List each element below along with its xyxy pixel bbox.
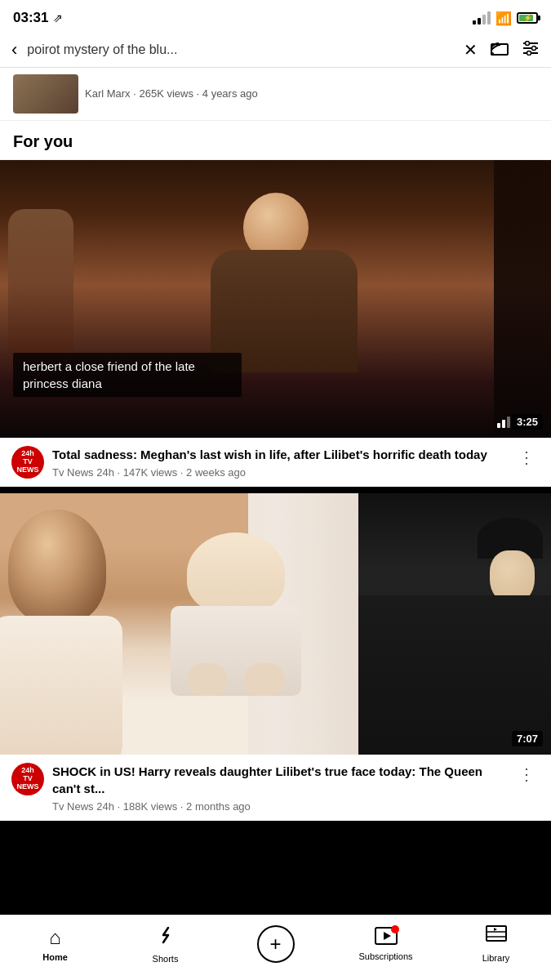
subscriptions-label: Subscriptions	[358, 951, 412, 961]
video-title-2[interactable]: SHOCK in US! Harry reveals daughter Lili…	[52, 763, 505, 797]
svg-point-5	[526, 41, 530, 45]
filter-icon[interactable]	[522, 41, 540, 60]
main-content: For you herbert a close friend of the la…	[0, 121, 551, 909]
video-title-1[interactable]: Total sadness: Meghan's last wish in lif…	[52, 446, 505, 463]
plus-icon: +	[269, 934, 281, 954]
shorts-icon	[155, 924, 176, 951]
more-options-button-1[interactable]: ⋮	[513, 446, 540, 469]
back-button[interactable]: ‹	[11, 39, 17, 60]
search-bar: ‹ poirot mystery of the blu... ✕	[0, 33, 551, 68]
cast-icon[interactable]	[491, 41, 509, 60]
previous-result-teaser[interactable]: Karl Marx · 265K views · 4 years ago	[0, 68, 551, 121]
close-icon[interactable]: ✕	[464, 40, 478, 60]
video-card-2[interactable]: 7:07 24hTV NEWS SHOCK in US! Harry revea…	[0, 493, 551, 821]
video-meta-1: Total sadness: Meghan's last wish in lif…	[52, 446, 505, 479]
channel-avatar-1[interactable]: 24hTV NEWS	[11, 446, 44, 479]
wifi-icon: 📶	[495, 11, 512, 26]
for-you-header: For you	[0, 121, 551, 160]
video-info-1: 24hTV NEWS Total sadness: Meghan's last …	[0, 438, 551, 487]
svg-rect-10	[487, 926, 506, 941]
prev-channel: Karl Marx	[85, 87, 131, 100]
signal-strength-icon	[473, 11, 491, 24]
svg-marker-13	[494, 928, 497, 931]
library-label: Library	[482, 953, 510, 963]
nav-shorts[interactable]: Shorts	[110, 915, 220, 972]
nav-home[interactable]: ⌂ Home	[0, 915, 110, 972]
library-icon	[486, 925, 507, 950]
status-bar: 03:31 ⇗ 📶 ⚡	[0, 0, 551, 33]
quality-indicator	[497, 416, 510, 428]
status-icons: 📶 ⚡	[473, 11, 538, 26]
svg-point-7	[527, 51, 531, 55]
svg-point-1	[491, 52, 494, 56]
svg-marker-9	[384, 932, 391, 940]
subscriptions-icon-wrapper	[375, 927, 398, 948]
nav-add[interactable]: +	[220, 915, 331, 972]
svg-point-6	[532, 46, 536, 50]
search-input[interactable]: poirot mystery of the blu...	[27, 42, 454, 57]
prev-age: 4 years ago	[202, 87, 258, 100]
home-icon: ⌂	[49, 926, 61, 949]
video-duration-1: 3:25	[512, 414, 543, 430]
bottom-nav: ⌂ Home Shorts + Subscriptions	[0, 915, 551, 980]
video-subtitle-2: Tv News 24h · 188K views · 2 months ago	[52, 800, 505, 813]
home-label: Home	[42, 952, 68, 962]
video-duration-2: 7:07	[512, 731, 543, 746]
battery-icon: ⚡	[517, 12, 538, 24]
thumbnail-2-right-figure	[358, 493, 551, 755]
video-meta-2: SHOCK in US! Harry reveals daughter Lili…	[52, 763, 505, 813]
nav-library[interactable]: Library	[441, 915, 551, 972]
search-bar-actions: ✕	[464, 40, 540, 60]
prev-result-info: Karl Marx · 265K views · 4 years ago	[85, 87, 538, 101]
video-info-2: 24hTV NEWS SHOCK in US! Harry reveals da…	[0, 755, 551, 821]
status-time: 03:31	[13, 10, 48, 26]
more-options-button-2[interactable]: ⋮	[513, 763, 540, 786]
video-card-1[interactable]: herbert a close friend of the late princ…	[0, 160, 551, 487]
notification-badge	[391, 925, 399, 933]
prev-views: 265K views	[139, 87, 193, 100]
video-thumbnail-1[interactable]: herbert a close friend of the late princ…	[0, 160, 551, 438]
prev-result-thumbnail	[13, 74, 78, 114]
channel-avatar-2[interactable]: 24hTV NEWS	[11, 763, 44, 795]
nav-subscriptions[interactable]: Subscriptions	[331, 915, 441, 972]
video-thumbnail-2[interactable]: 7:07	[0, 493, 551, 755]
add-button[interactable]: +	[257, 925, 295, 963]
video-subtitle-1: Tv News 24h · 147K views · 2 weeks ago	[52, 466, 505, 479]
video-overlay-text-1: herbert a close friend of the late princ…	[13, 353, 242, 397]
location-arrow-icon: ⇗	[53, 11, 63, 24]
shorts-label: Shorts	[153, 954, 179, 964]
